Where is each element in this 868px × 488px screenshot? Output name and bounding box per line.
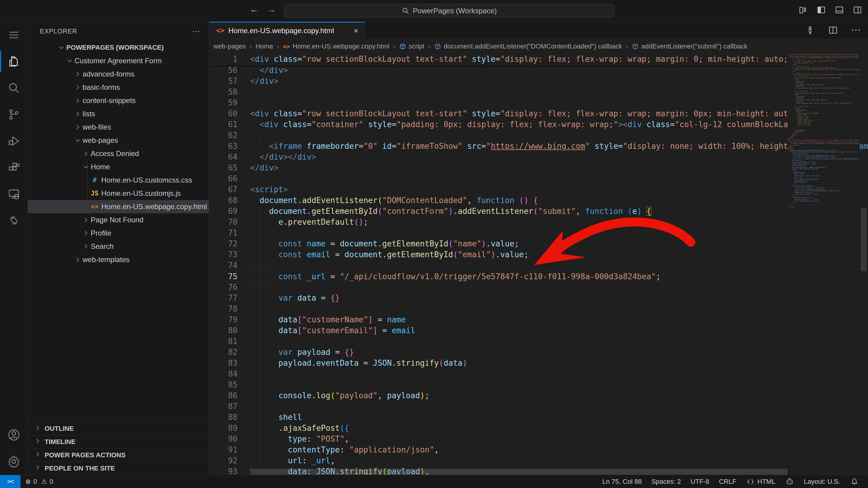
panel-timeline[interactable]: TIMELINE — [28, 435, 209, 448]
tree-item-access-denied[interactable]: Access Denied — [28, 147, 209, 160]
line-number[interactable]: 92 — [209, 455, 250, 466]
code-line-57[interactable]: 57</div> — [209, 76, 868, 87]
problems-status[interactable]: ⊗0 ⚠0 — [21, 475, 58, 488]
line-number[interactable]: 76 — [209, 282, 250, 293]
line-number[interactable]: 74 — [209, 260, 250, 271]
line-number[interactable]: 58 — [209, 87, 250, 97]
code-line-66[interactable]: 66 — [209, 173, 868, 184]
line-number[interactable]: 63 — [209, 141, 250, 152]
breadcrumb-item[interactable]: web-pages — [213, 42, 246, 50]
line-number[interactable]: 56 — [209, 65, 250, 76]
status-crlf[interactable]: CRLF — [714, 475, 741, 488]
customize-layout-icon[interactable] — [798, 5, 808, 15]
remote-explorer-icon[interactable] — [0, 181, 28, 207]
person-icon[interactable] — [805, 25, 815, 36]
remote-indicator[interactable]: >< — [0, 475, 21, 488]
tree-item-home-en-us-customcss-css[interactable]: #Home.en-US.customcss.css — [28, 173, 209, 187]
breadcrumb-item[interactable]: Home — [255, 42, 273, 50]
code-line-73[interactable]: 73 const email = document.getElementById… — [209, 249, 868, 260]
code-line-84[interactable]: 84 — [209, 368, 868, 379]
code-line-92[interactable]: 92 url: _url, — [209, 455, 868, 466]
line-number[interactable]: 83 — [209, 358, 250, 368]
code-editor[interactable]: 56 </div>57</div>585960<div class="row s… — [209, 54, 868, 475]
line-number[interactable]: 73 — [209, 249, 250, 260]
panel-people-on-the-site[interactable]: PEOPLE ON THE SITE — [28, 461, 209, 475]
power-platform-icon[interactable] — [0, 207, 28, 234]
code-line-56[interactable]: 56 </div> — [209, 65, 868, 76]
line-number[interactable]: 60 — [209, 108, 250, 119]
minimap[interactable]: <div class="row sectionBlockLayout text-… — [787, 54, 860, 475]
tree-item-basic-forms[interactable]: basic-forms — [28, 81, 209, 94]
code-line-64[interactable]: 64 </div></div> — [209, 152, 868, 162]
code-line-77[interactable]: 77 var data = {} — [209, 293, 868, 303]
line-number[interactable]: 85 — [209, 379, 250, 390]
code-line-63[interactable]: 63 <iframe frameborder="0" id="iframeToS… — [209, 141, 868, 152]
search-icon[interactable] — [0, 75, 28, 101]
line-number[interactable]: 78 — [209, 303, 250, 314]
line-number[interactable]: 87 — [209, 401, 250, 412]
tab-close-icon[interactable]: × — [354, 26, 358, 36]
code-line-85[interactable]: 85 — [209, 379, 868, 390]
line-number[interactable]: 67 — [209, 184, 250, 195]
vertical-scrollbar[interactable] — [860, 54, 868, 475]
extensions-icon[interactable] — [0, 154, 28, 181]
tree-item-lists[interactable]: lists — [28, 107, 209, 121]
line-number[interactable]: 71 — [209, 227, 250, 238]
tree-item-profile[interactable]: Profile — [28, 227, 209, 240]
code-line-60[interactable]: 60<div class="row sectionBlockLayout tex… — [209, 108, 868, 119]
toggle-panel-icon[interactable] — [834, 5, 844, 15]
code-line-78[interactable]: 78 — [209, 303, 868, 314]
code-line-81[interactable]: 81 — [209, 336, 868, 347]
line-number[interactable]: 79 — [209, 314, 250, 325]
code-line-72[interactable]: 72 const name = document.getElementById(… — [209, 238, 868, 249]
code-line-69[interactable]: 69 document.getElementById("contractForm… — [209, 206, 868, 217]
code-line-1[interactable]: 1<div class="row sectionBlockLayout text… — [209, 54, 787, 64]
explorer-more-actions-icon[interactable]: ⋯ — [193, 27, 201, 36]
line-number[interactable]: 64 — [209, 152, 250, 162]
status-copilot-icon[interactable] — [780, 475, 799, 488]
panel-outline[interactable]: OUTLINE — [28, 422, 209, 435]
line-number[interactable]: 68 — [209, 195, 250, 206]
line-number[interactable]: 93 — [209, 466, 250, 475]
tree-item-home[interactable]: Home — [28, 160, 209, 173]
line-number[interactable]: 80 — [209, 325, 250, 336]
status-ln-75-col-88[interactable]: Ln 75, Col 88 — [598, 475, 647, 488]
run-debug-icon[interactable] — [0, 128, 28, 154]
more-actions-icon[interactable] — [850, 25, 861, 36]
status-spaces-2[interactable]: Spaces: 2 — [647, 475, 686, 488]
line-number[interactable]: 86 — [209, 390, 250, 401]
line-number[interactable]: 81 — [209, 336, 250, 347]
code-line-71[interactable]: 71 — [209, 227, 868, 238]
line-number[interactable]: 82 — [209, 347, 250, 358]
settings-gear-icon[interactable] — [0, 448, 28, 475]
tree-item-web-files[interactable]: web-files — [28, 121, 209, 134]
toggle-sidebar-icon[interactable] — [816, 5, 827, 15]
code-line-67[interactable]: 67<script> — [209, 184, 868, 195]
code-line-90[interactable]: 90 type: "POST", — [209, 433, 868, 444]
breadcrumb-item[interactable]: <>Home.en-US.webpage.copy.html — [283, 42, 389, 50]
code-line-70[interactable]: 70 e.preventDefault(); — [209, 217, 868, 227]
code-line-68[interactable]: 68 document.addEventListener("DOMContent… — [209, 195, 868, 206]
tree-item-powerpages-workspace-[interactable]: POWERPAGES (WORKSPACE) — [28, 41, 209, 54]
explorer-icon[interactable] — [0, 48, 28, 75]
line-number[interactable]: 72 — [209, 238, 250, 249]
code-line-62[interactable]: 62 — [209, 130, 868, 141]
line-number[interactable]: 88 — [209, 412, 250, 423]
status-utf-8[interactable]: UTF-8 — [686, 475, 714, 488]
line-number[interactable]: 65 — [209, 162, 250, 173]
line-number[interactable]: 61 — [209, 119, 250, 130]
code-line-74[interactable]: 74 — [209, 260, 868, 271]
line-number[interactable]: 77 — [209, 293, 250, 303]
tree-item-page-not-found[interactable]: Page Not Found — [28, 213, 209, 227]
status-layout-u-s-[interactable]: Layout: U.S. — [799, 475, 845, 488]
tree-item-web-pages[interactable]: web-pages — [28, 134, 209, 147]
tree-item-content-snippets[interactable]: content-snippets — [28, 94, 209, 107]
code-line-65[interactable]: 65</div> — [209, 162, 868, 173]
code-line-91[interactable]: 91 contentType: "application/json", — [209, 444, 868, 455]
code-line-75[interactable]: 75 const _url = "/_api/cloudflow/v1.0/tr… — [209, 271, 868, 282]
line-number[interactable]: 84 — [209, 368, 250, 379]
line-number[interactable]: 66 — [209, 173, 250, 184]
tree-item-web-templates[interactable]: web-templates — [28, 253, 209, 266]
code-line-88[interactable]: 88 shell — [209, 412, 868, 423]
line-number[interactable]: 90 — [209, 433, 250, 444]
